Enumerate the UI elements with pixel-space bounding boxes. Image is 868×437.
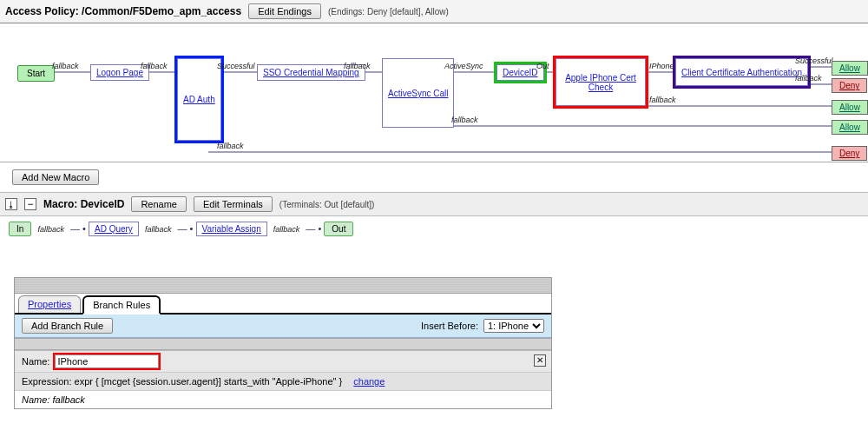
- edge-activesync: ActiveSync: [444, 62, 483, 70]
- node-iphone-check[interactable]: Apple IPhone Cert Check: [556, 58, 646, 106]
- macro-canvas: In fallback — • AD Query fallback — • Va…: [0, 216, 868, 256]
- policy-header: Access Policy: /Common/F5Demo_apm_access…: [5, 3, 863, 19]
- edge-successful-1: Successful: [217, 62, 255, 70]
- edge-successful-2: Successful: [795, 56, 833, 65]
- macro-edge-2: fallback: [145, 225, 172, 234]
- macro-out[interactable]: Out: [324, 222, 353, 236]
- insert-before-select[interactable]: 1: IPhone: [483, 319, 544, 333]
- node-cca[interactable]: Client Certificate Authentication: [675, 58, 808, 86]
- fallback-row: Name: fallback: [15, 390, 551, 408]
- collapse-icon[interactable]: −: [24, 198, 36, 210]
- rule-name-label: Name:: [22, 356, 49, 367]
- edge-fallback-1: fallback: [52, 62, 79, 70]
- edge-fallback-2: fallback: [141, 62, 168, 70]
- policy-title-prefix: Access Policy:: [5, 5, 79, 17]
- add-new-macro-button[interactable]: Add New Macro: [12, 169, 99, 185]
- terminal-allow-3[interactable]: Allow: [832, 120, 868, 135]
- terminal-deny-1[interactable]: Deny: [832, 78, 867, 93]
- edit-terminals-button[interactable]: Edit Terminals: [194, 196, 273, 212]
- terminals-hint: (Terminals: Out [default]): [279, 200, 374, 209]
- edge-fallback-3: fallback: [344, 62, 371, 70]
- node-ad-query[interactable]: AD Query: [89, 222, 139, 236]
- terminal-deny-2[interactable]: Deny: [832, 146, 867, 161]
- edge-iphone: IPhone: [649, 62, 674, 70]
- terminal-allow-1[interactable]: Allow: [832, 61, 868, 76]
- change-link[interactable]: change: [353, 376, 385, 387]
- endings-hint: (Endings: Deny [default], Allow): [328, 7, 449, 17]
- policy-path: /Common/F5Demo_apm_access: [82, 5, 241, 17]
- macro-title-prefix: Macro:: [43, 198, 77, 210]
- rule-name-input[interactable]: [55, 354, 159, 368]
- edge-out: Out: [536, 62, 549, 70]
- close-icon[interactable]: ✕: [534, 354, 546, 367]
- policy-canvas: Start fallback Logon Page fallback AD Au…: [0, 23, 868, 162]
- dialog-titlebar[interactable]: [15, 278, 551, 294]
- macro-edge-3: fallback: [273, 225, 300, 234]
- edge-fallback-adauth: fallback: [217, 142, 244, 150]
- terminal-allow-2[interactable]: Allow: [832, 100, 868, 115]
- add-branch-rule-button[interactable]: Add Branch Rule: [22, 318, 113, 334]
- expression-value: expr { [mcget {session.user.agent}] star…: [75, 376, 343, 387]
- start-node[interactable]: Start: [17, 65, 55, 82]
- edit-endings-button[interactable]: Edit Endings: [248, 3, 321, 19]
- edge-fallback-5: fallback: [649, 96, 676, 104]
- node-variable-assign[interactable]: Variable Assign: [196, 222, 267, 236]
- rename-button[interactable]: Rename: [131, 196, 187, 212]
- download-icon[interactable]: ⭳: [5, 198, 17, 210]
- node-ad-auth[interactable]: AD Auth: [177, 58, 221, 141]
- macro-header: ⭳ − Macro: DeviceID Rename Edit Terminal…: [0, 192, 868, 216]
- edge-fallback-4: fallback: [451, 116, 478, 124]
- branch-rules-dialog: Properties Branch Rules Add Branch Rule …: [14, 277, 552, 409]
- expression-label: Expression:: [22, 376, 71, 387]
- macro-edge-1: fallback: [37, 225, 64, 234]
- edge-fallback-6: fallback: [795, 74, 822, 83]
- macro-name: DeviceID: [81, 198, 125, 210]
- tab-branch-rules[interactable]: Branch Rules: [82, 295, 161, 315]
- insert-before-label: Insert Before:: [421, 321, 478, 331]
- node-activesync-call[interactable]: ActiveSync Call: [382, 58, 454, 128]
- tab-properties[interactable]: Properties: [18, 295, 81, 313]
- macro-in[interactable]: In: [9, 222, 31, 236]
